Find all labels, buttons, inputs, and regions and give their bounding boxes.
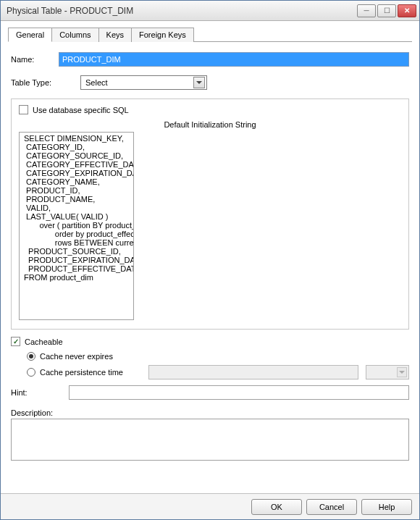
titlebar[interactable]: Physical Table - PRODUCT_DIM ─ ☐ ✕ — [1, 1, 419, 21]
tab-strip: General Columns Keys Foreign Keys — [8, 27, 412, 42]
cache-never-label: Cache never expires — [40, 352, 113, 361]
cache-never-radio[interactable] — [27, 352, 35, 361]
tab-page-general: Name: Table Type: Select Use database sp… — [8, 42, 412, 464]
tab-columns[interactable]: Columns — [52, 28, 98, 42]
use-db-sql-row: Use database specific SQL — [19, 105, 401, 114]
cache-persist-radio[interactable] — [27, 368, 35, 377]
tab-general[interactable]: General — [8, 28, 52, 42]
close-button[interactable]: ✕ — [398, 4, 416, 17]
cache-persist-unit-select — [366, 365, 409, 379]
window-title: Physical Table - PRODUCT_DIM — [7, 6, 357, 16]
use-db-sql-checkbox[interactable] — [19, 105, 28, 114]
hint-label: Hint: — [11, 388, 69, 397]
name-label: Name: — [11, 55, 59, 64]
sql-group: Use database specific SQL Default Initia… — [11, 98, 409, 330]
client-area: General Columns Keys Foreign Keys Name: … — [1, 21, 419, 493]
tab-foreign-keys[interactable]: Foreign Keys — [132, 28, 194, 42]
chevron-down-icon — [397, 367, 407, 377]
cache-persist-label: Cache persistence time — [40, 368, 141, 377]
chevron-down-icon — [193, 77, 205, 88]
cacheable-checkbox[interactable] — [11, 337, 20, 346]
name-input[interactable] — [59, 52, 409, 67]
description-label: Description: — [11, 408, 409, 417]
cache-group: Cacheable Cache never expires Cache pers… — [11, 337, 409, 379]
window-controls: ─ ☐ ✕ — [357, 4, 416, 17]
cacheable-label: Cacheable — [25, 337, 63, 346]
cache-persist-row: Cache persistence time — [27, 365, 409, 379]
maximize-button[interactable]: ☐ — [377, 4, 396, 17]
sql-textarea[interactable] — [19, 132, 134, 320]
table-type-label: Table Type: — [11, 78, 80, 87]
hint-input[interactable] — [69, 385, 409, 400]
description-textarea[interactable] — [11, 419, 409, 461]
button-bar: OK Cancel Help — [1, 493, 419, 519]
table-type-row: Table Type: Select — [11, 75, 409, 90]
table-type-value: Select — [85, 78, 108, 87]
cancel-button[interactable]: Cancel — [306, 499, 357, 515]
tab-keys[interactable]: Keys — [99, 28, 132, 42]
hint-row: Hint: — [11, 385, 409, 400]
minimize-button[interactable]: ─ — [357, 4, 376, 17]
cache-persist-value-input — [148, 365, 358, 379]
ok-button[interactable]: OK — [251, 499, 302, 515]
table-type-select[interactable]: Select — [80, 75, 207, 90]
init-string-label: Default Initialization String — [19, 120, 401, 129]
cacheable-row: Cacheable — [11, 337, 409, 346]
help-button[interactable]: Help — [361, 499, 412, 515]
name-row: Name: — [11, 52, 409, 67]
use-db-sql-label: Use database specific SQL — [33, 106, 129, 114]
description-section: Description: — [11, 408, 409, 461]
cache-never-row: Cache never expires — [27, 352, 409, 361]
